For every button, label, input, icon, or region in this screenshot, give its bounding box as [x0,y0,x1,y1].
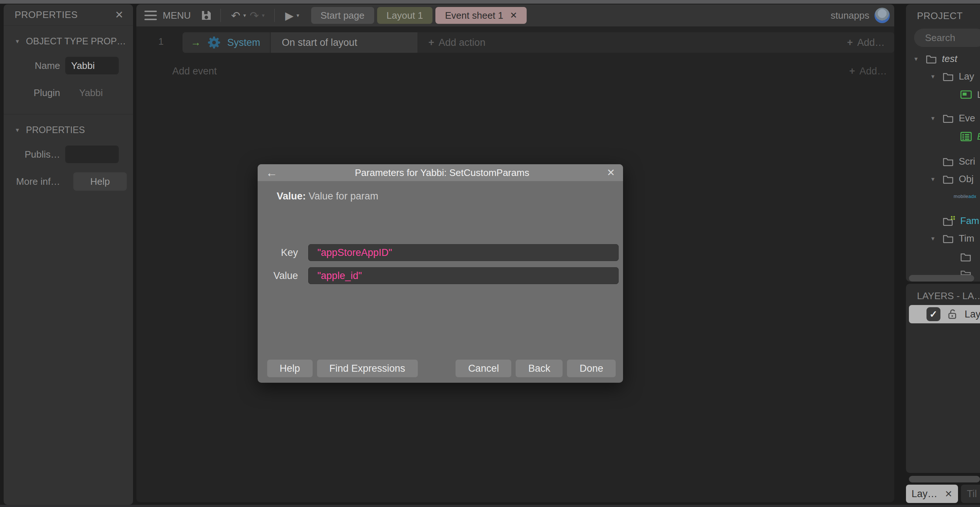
value-field-label: Value [267,270,308,282]
event-condition-object-cell[interactable]: → System [183,32,270,53]
tree-item-layouts-folder[interactable]: ▼ Lay [930,68,974,84]
find-expressions-button[interactable]: Find Expressions [317,360,418,377]
tree-item-label: Eve [959,113,975,124]
add-quick-button-2[interactable]: + Add… [849,62,887,81]
play-dropdown-caret-icon[interactable]: ▾ [296,12,299,19]
value-input[interactable] [308,267,619,284]
parameter-description: Value: Value for param [277,191,378,202]
help-button[interactable]: Help [73,172,127,191]
tree-item-mobileadx-object[interactable]: mobileadx [954,188,976,204]
layer-row[interactable]: ✓ Laye [909,305,980,323]
tab-tilemap[interactable]: Til [961,485,980,503]
expander-icon[interactable]: ▼ [930,73,937,80]
tree-item-timelines-folder[interactable]: ▼ Tim [930,230,974,246]
dialog-button-bar: Help Find Expressions Cancel Back Done [267,360,616,377]
collapse-triangle-icon[interactable]: ▼ [15,38,20,45]
user-account-area[interactable]: stunapps [830,8,894,23]
properties-section-header[interactable]: ▼ PROPERTIES [4,114,133,137]
parameter-description-text: Value for param [309,191,378,202]
tree-item-label: test [942,53,957,65]
event-sheet-icon [960,132,972,142]
save-icon[interactable] [200,10,212,21]
plugin-label: Plugin [4,87,65,99]
unlock-icon[interactable] [946,308,959,320]
plus-icon: + [428,37,434,48]
check-icon: ✓ [929,309,937,320]
event-condition-text: On start of layout [282,37,357,48]
cancel-button[interactable]: Cancel [455,360,511,377]
name-label: Name [4,60,65,72]
project-panel: PROJECT ▼ test ▼ Lay L ▼ Eve E Sc [906,5,980,282]
add-event-button[interactable]: Add event [172,65,217,77]
properties-panel-header: PROPERTIES ✕ [4,5,133,26]
play-icon[interactable]: ▶ [285,9,294,22]
layers-panel-title: LAYERS - LA… [906,284,980,302]
folder-icon [943,174,954,184]
object-type-section-header[interactable]: ▼ OBJECT TYPE PROP… [4,26,133,49]
collapse-triangle-icon[interactable]: ▼ [15,127,20,133]
families-folder-icon [943,215,955,226]
layer-visibility-checkbox[interactable]: ✓ [926,307,940,321]
name-input[interactable] [65,57,119,75]
hamburger-menu-icon[interactable] [145,11,157,20]
tab-event-sheet-1[interactable]: Event sheet 1 ✕ [435,7,527,24]
name-property-row: Name [4,55,133,76]
tab-layers[interactable]: Lay… ✕ [906,485,958,503]
folder-icon [943,72,954,81]
horizontal-scrollbar[interactable] [909,476,980,482]
done-button[interactable]: Done [567,360,616,377]
tree-item-project-root[interactable]: ▼ test [913,51,957,67]
horizontal-scrollbar[interactable] [909,275,974,282]
expander-icon[interactable]: ▼ [930,235,937,242]
menu-button[interactable]: MENU [163,10,191,21]
tree-item-object-types-folder[interactable]: ▼ Obj [930,171,974,187]
tree-item-label: Scri [959,156,975,167]
add-action-button[interactable]: + Add action [417,32,837,53]
help-button[interactable]: Help [267,360,313,377]
folder-icon [943,234,954,243]
toolbar-divider [220,9,221,22]
tree-item-timeline-child-folder[interactable] [960,249,976,265]
tree-item-label: Fam [960,215,979,226]
undo-dropdown-caret-icon[interactable]: ▾ [243,12,246,19]
tab-label: Event sheet 1 [445,10,503,21]
tree-item-event-sheets-folder[interactable]: ▼ Eve [930,110,975,126]
key-field-row: Key [267,244,619,261]
close-icon[interactable]: ✕ [115,10,124,20]
tab-close-icon[interactable]: ✕ [510,10,517,21]
back-arrow-icon[interactable]: ← [266,167,277,179]
event-condition-cell[interactable]: On start of layout [271,32,417,53]
project-panel-title: PROJECT [906,5,980,22]
tab-layout-1[interactable]: Layout 1 [377,7,433,24]
add-quick-label: Add… [859,65,887,77]
tree-item-scripts-folder[interactable]: Scri [943,153,975,169]
plus-icon: + [847,37,853,48]
tree-item-label: Tim [959,233,974,244]
search-input[interactable] [914,29,980,47]
expander-icon[interactable]: ▼ [913,56,921,62]
redo-icon[interactable]: ↷ [250,9,259,22]
expander-icon[interactable]: ▼ [930,115,937,121]
tab-close-icon[interactable]: ✕ [945,489,953,499]
add-quick-button[interactable]: + Add… [837,32,894,53]
folder-icon [960,252,971,261]
tree-item-layout-1[interactable]: L [960,86,980,103]
undo-icon[interactable]: ↶ [231,9,240,22]
redo-dropdown-caret-icon[interactable]: ▾ [262,12,265,19]
user-avatar[interactable] [875,8,890,23]
event-arrow-icon: → [191,37,201,48]
tree-item-event-sheet-1[interactable]: E [960,128,980,144]
key-input[interactable] [308,244,619,261]
publish-input[interactable] [65,145,119,163]
folder-icon [943,156,954,166]
close-icon[interactable]: ✕ [606,168,615,178]
username-label: stunapps [830,10,869,21]
tree-item-families-folder[interactable]: Fam [943,213,979,229]
tree-item-label: Obj [959,174,974,185]
expander-icon[interactable]: ▼ [930,176,937,182]
add-action-label: Add action [439,37,485,48]
tab-start-page[interactable]: Start page [311,7,374,24]
back-button[interactable]: Back [515,360,563,377]
mobileadx-logo-part2: adx [968,194,976,199]
publish-property-row: Publis… [4,144,133,164]
